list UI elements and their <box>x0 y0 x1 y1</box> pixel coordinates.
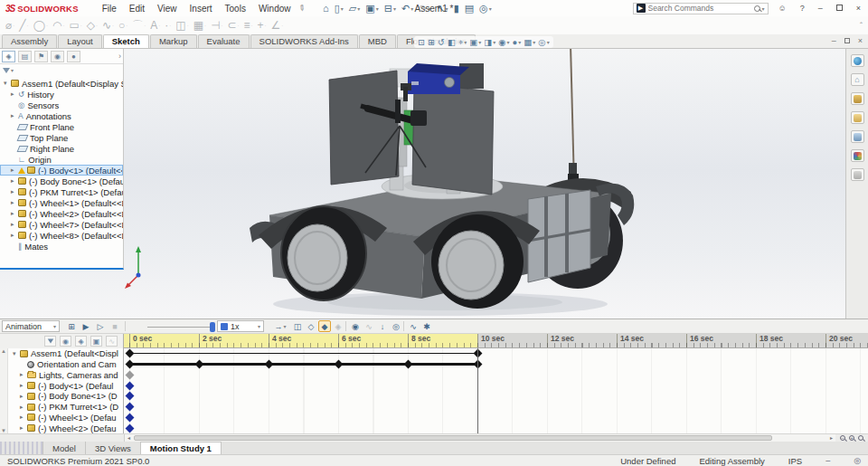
save-button[interactable]: ▣▾ <box>363 1 380 15</box>
dropdown-caret-icon[interactable]: ▾ <box>428 5 430 12</box>
timeline-track-row[interactable] <box>124 348 868 359</box>
filter-selected-button[interactable]: ▣ <box>90 336 102 347</box>
point-button[interactable]: ·· <box>165 20 171 31</box>
search-caret-icon[interactable]: ▾ <box>761 5 764 12</box>
fillet-button[interactable]: ⌒· <box>132 20 146 31</box>
polygon-button[interactable]: ◇· <box>87 20 98 31</box>
undo-button[interactable]: ↶▾ <box>400 1 415 15</box>
dropdown-caret-icon[interactable]: ▾ <box>464 40 467 45</box>
tree-item[interactable]: Top Plane <box>0 132 123 143</box>
calculate-button[interactable]: ⊞ <box>65 320 78 332</box>
offset-entities-button[interactable]: ≡· <box>244 20 253 31</box>
view-palette-icon[interactable] <box>851 130 864 143</box>
contact-button[interactable]: ◎ <box>390 320 402 332</box>
expand-icon[interactable]: ▸ <box>20 414 27 421</box>
keyframe-diamond[interactable] <box>125 423 134 433</box>
search-icon[interactable] <box>754 5 760 12</box>
timeline-track-row[interactable] <box>124 402 868 413</box>
previous-view-button[interactable]: ↺ <box>438 38 445 47</box>
expand-icon[interactable]: ▸ <box>11 210 18 217</box>
menu-item-file[interactable]: File <box>102 4 117 14</box>
line-button[interactable]: ╱· <box>19 20 28 31</box>
keyframe-diamond[interactable] <box>125 403 134 412</box>
display-relations-button[interactable]: ∠· <box>271 20 284 31</box>
expand-icon[interactable]: ▸ <box>11 112 18 119</box>
dropdown-caret-icon[interactable]: ▾ <box>478 40 481 45</box>
scroll-up-icon[interactable]: ▲ <box>1 348 6 354</box>
timeline-zoom-out-icon[interactable]: − <box>840 435 845 441</box>
mirror-entities-button[interactable]: ◫· <box>175 20 188 31</box>
smart-dimension-button[interactable]: ⌀· <box>5 20 14 31</box>
tree-item[interactable]: Right Plane <box>0 143 123 154</box>
propertymanager-tab[interactable]: ▤ <box>18 51 32 62</box>
help-icon[interactable]: ? <box>797 4 808 13</box>
tree-item[interactable]: ▸(-) Body<1> (Defaul <box>9 380 123 391</box>
tree-item[interactable]: ▸(-) Body Bone<1> (D <box>9 391 123 402</box>
home-button[interactable]: ⌂ <box>321 1 331 15</box>
doc-tab-model[interactable]: Model <box>43 442 86 454</box>
expand-icon[interactable]: ▸ <box>20 404 27 411</box>
custom-properties-icon[interactable] <box>851 168 864 181</box>
tab-layout[interactable]: Layout <box>58 34 102 48</box>
panel-expand-icon[interactable]: › <box>118 52 121 61</box>
edit-appearance-button[interactable]: ●▾ <box>513 38 522 47</box>
tab-solidworks-add-ins[interactable]: SOLIDWORKS Add-Ins <box>250 34 358 48</box>
rebuild-button[interactable]: ▮ <box>452 1 461 15</box>
timeline-tracks[interactable] <box>124 348 868 433</box>
animation-wizard-button[interactable]: ◇ <box>305 320 317 332</box>
solidworks-resources-icon[interactable] <box>851 54 864 67</box>
tree-item[interactable]: ▸(-) Wheel<1> (Defau <box>9 413 123 423</box>
menu-item-window[interactable]: Window <box>259 4 291 14</box>
expand-icon[interactable]: ▸ <box>20 382 27 389</box>
displaymanager-tab[interactable]: ● <box>67 51 80 62</box>
dropdown-caret-icon[interactable]: ▾ <box>518 40 521 45</box>
menu-item-tools[interactable]: Tools <box>225 4 246 14</box>
hscroll-thumb[interactable] <box>134 435 772 441</box>
tree-item[interactable]: ▾Assem1 (Default<Displ <box>9 348 123 359</box>
apply-scene-button[interactable]: ▦▾ <box>524 38 535 47</box>
print-button[interactable]: ⊟▾ <box>382 1 398 15</box>
tab-evaluate[interactable]: Evaluate <box>198 34 250 48</box>
results-and-plots-button[interactable]: ∿ <box>407 320 420 332</box>
dropdown-caret-icon[interactable]: ▾ <box>507 40 510 45</box>
motor-button[interactable]: ◉ <box>349 320 362 332</box>
dropdown-caret-icon[interactable]: ▾ <box>547 40 550 45</box>
ellipse-button[interactable]: ○· <box>118 20 127 31</box>
dynamic-annotation-button[interactable]: ⌖▾ <box>458 38 467 47</box>
timeline-track-row[interactable] <box>124 370 868 381</box>
trim-entities-button[interactable]: ⊣· <box>211 20 222 31</box>
spline-button[interactable]: ∿· <box>102 20 114 31</box>
collapse-icon[interactable]: ▾ <box>13 350 20 357</box>
timeline-track-row[interactable] <box>124 380 868 391</box>
tab-markup[interactable]: Markup <box>150 34 197 48</box>
text-button[interactable]: A· <box>150 20 160 31</box>
timeline-track-row[interactable] <box>124 359 868 370</box>
dropdown-caret-icon[interactable]: ▾ <box>376 5 379 12</box>
filter-funnel-button[interactable] <box>44 336 56 347</box>
dropdown-caret-icon[interactable]: ▾ <box>533 40 535 45</box>
timebar-slider-thumb[interactable] <box>210 322 215 332</box>
expand-icon[interactable]: ▸ <box>11 177 18 185</box>
view-orientation-button[interactable]: ▣▾ <box>469 38 481 47</box>
spring-button[interactable]: ∿ <box>363 320 375 332</box>
options-button[interactable]: ◎▾ <box>477 1 494 15</box>
doc-close-button[interactable]: × <box>858 36 863 45</box>
new-document-button[interactable]: ▯▾ <box>333 1 345 15</box>
linear-pattern-button[interactable]: ▦· <box>193 20 206 31</box>
file-explorer-icon[interactable] <box>851 111 864 124</box>
tree-item[interactable]: ▾Assem1 (Default<Display State-1>) <box>0 78 123 89</box>
dropdown-caret-icon[interactable]: ▾ <box>493 40 495 45</box>
convert-entities-button[interactable]: ⊂· <box>227 20 239 31</box>
add-key-button[interactable]: ◈ <box>332 320 344 332</box>
open-button[interactable]: ▱▾ <box>347 1 362 15</box>
select-button[interactable]: ↖▾ <box>434 1 449 15</box>
study-type-select[interactable]: Animation ▾ <box>2 320 60 332</box>
section-view-button[interactable]: ◧ <box>448 38 456 47</box>
tab-assembly[interactable]: Assembly <box>2 34 57 48</box>
expand-icon[interactable]: ▸ <box>20 371 27 378</box>
save-animation-button[interactable]: ◫ <box>291 320 304 332</box>
home-icon[interactable]: ⌂ <box>851 73 864 86</box>
tree-item[interactable]: ▸(-) Body Bone<1> (Default<<Def <box>0 176 123 186</box>
tree-item[interactable]: ∟Origin <box>0 154 123 165</box>
timeline-track-row[interactable] <box>124 413 868 423</box>
